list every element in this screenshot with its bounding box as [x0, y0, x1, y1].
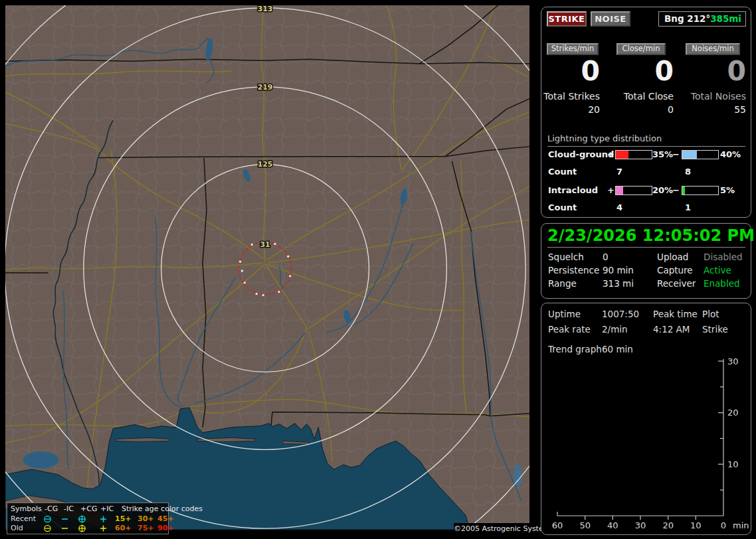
minus-sign: −	[672, 149, 680, 159]
receiver-label: Receiver	[657, 278, 696, 289]
intracloud-label: Intracloud	[548, 185, 598, 195]
legend-col-pic: +IC	[100, 504, 114, 513]
x-tick-20: 20	[662, 520, 674, 530]
neg-cg-recent-icon	[43, 515, 52, 523]
noises-per-min-value: 0	[680, 55, 746, 87]
total-close-label: Total Close	[608, 91, 674, 102]
noise-button[interactable]: NOISE	[591, 11, 630, 27]
x-tick-30: 30	[635, 520, 646, 530]
neg-ic-recent-icon	[60, 515, 69, 523]
range-value: 313 mi	[603, 278, 634, 289]
y-tick-30: 30	[727, 356, 739, 366]
strikes-per-min-value: 0	[541, 55, 600, 87]
total-close-value: 0	[608, 104, 674, 115]
minus-sign: −	[672, 185, 680, 195]
x-tick-0: 0	[721, 520, 726, 530]
strike-map[interactable]: 313 219 125 31	[5, 5, 535, 535]
bearing-value: Bng 212°	[664, 13, 710, 24]
cg-negative-bar	[682, 150, 719, 159]
receiver-status: Enabled	[704, 278, 740, 289]
cg-count-label: Count	[548, 167, 577, 177]
total-strikes-value: 20	[541, 104, 600, 115]
strike-button[interactable]: STRIKE	[547, 11, 587, 27]
ic-positive-count: 4	[616, 202, 622, 212]
status-panel: 2/23/2026 12:05:02 PM Squelch 0 Upload D…	[541, 223, 751, 299]
distance-value: 385mi	[710, 13, 741, 24]
total-noises-label: Total Noises	[680, 91, 746, 102]
total-noises-value: 55	[680, 104, 746, 115]
range-label: Range	[548, 278, 577, 289]
pos-ic-recent-icon	[99, 515, 108, 523]
persistence-value: 90 min	[603, 265, 634, 275]
legend-col-pcg: +CG	[80, 504, 97, 513]
x-tick-50: 50	[579, 520, 591, 530]
close-per-min-value: 0	[608, 55, 674, 87]
ic-positive-pct: 20%	[652, 185, 673, 195]
y-tick-10: 10	[727, 459, 739, 469]
distribution-title: Lightning type distribution	[547, 133, 745, 147]
cg-positive-count: 7	[616, 167, 622, 177]
map-legend: Symbols -CG -IC +CG +IC Strike age color…	[7, 502, 169, 534]
capture-label: Capture	[657, 265, 693, 275]
trend-graph-chart: 30 20 10 60 50 40 30 20 10 0 min	[541, 303, 751, 534]
age-15: 15+	[115, 514, 132, 523]
pos-cg-recent-icon	[78, 515, 86, 523]
squelch-value: 0	[603, 252, 609, 262]
x-tick-40: 40	[607, 520, 618, 530]
x-axis-unit: min	[733, 520, 749, 530]
trend-panel: Uptime 1007:50 Peak time Plot Peak rate …	[541, 303, 751, 535]
legend-symbols-title: Symbols	[11, 504, 42, 513]
ring-label-31: 31	[260, 240, 270, 249]
plus-sign: +	[607, 185, 614, 195]
close-per-min-label: Close/min	[616, 43, 666, 55]
ic-count-label: Count	[548, 202, 577, 212]
copyright-text: ©2005 Astrogenic Systems	[454, 523, 536, 535]
ic-negative-bar	[682, 186, 719, 195]
pos-cg-old-icon	[78, 524, 86, 532]
cg-negative-count: 8	[685, 167, 691, 177]
app-window: 313 219 125 31 Symbols -CG -IC +CG +IC S…	[0, 0, 756, 539]
age-60: 60+	[115, 524, 132, 532]
squelch-label: Squelch	[548, 252, 584, 262]
ic-negative-pct: 5%	[720, 185, 735, 195]
ic-positive-bar	[615, 186, 652, 195]
x-tick-10: 10	[690, 520, 702, 530]
capture-status: Active	[704, 265, 731, 275]
legend-ages-title: Strike age color codes	[122, 504, 203, 513]
strikes-per-min-label: Strikes/min	[547, 43, 599, 55]
ring-label-219: 219	[258, 83, 273, 92]
upload-label: Upload	[657, 252, 688, 262]
cg-negative-pct: 40%	[720, 149, 741, 159]
upload-status: Disabled	[704, 252, 743, 262]
age-45: 45+	[157, 514, 174, 523]
legend-row-recent: Recent	[11, 514, 36, 523]
neg-ic-old-icon	[60, 524, 69, 532]
x-tick-60: 60	[552, 520, 563, 530]
noises-per-min-label: Noises/min	[686, 43, 740, 55]
neg-cg-old-icon	[43, 524, 52, 532]
legend-col-ncg: -CG	[45, 504, 58, 513]
ring-label-125: 125	[258, 160, 273, 169]
ring-label-313: 313	[258, 5, 273, 13]
datetime-display: 2/23/2026 12:05:02 PM	[547, 226, 745, 248]
counters-panel: STRIKE NOISE Bng 212° 385mi Strikes/min …	[541, 7, 751, 218]
plus-sign: +	[607, 149, 614, 159]
total-strikes-label: Total Strikes	[541, 91, 600, 102]
cg-positive-bar	[615, 150, 652, 159]
age-75: 75+	[138, 524, 154, 532]
age-90: 90+	[157, 524, 174, 532]
persistence-label: Persistence	[548, 265, 599, 275]
legend-row-old: Old	[11, 524, 23, 532]
legend-col-nic: -IC	[64, 504, 74, 513]
bearing-display: Bng 212° 385mi	[658, 11, 746, 27]
cg-positive-pct: 35%	[652, 149, 673, 159]
cloud-ground-label: Cloud-ground	[548, 149, 614, 159]
pos-ic-old-icon	[99, 524, 108, 532]
ic-negative-count: 1	[685, 202, 691, 212]
y-tick-20: 20	[727, 408, 739, 418]
age-30: 30+	[138, 514, 154, 523]
